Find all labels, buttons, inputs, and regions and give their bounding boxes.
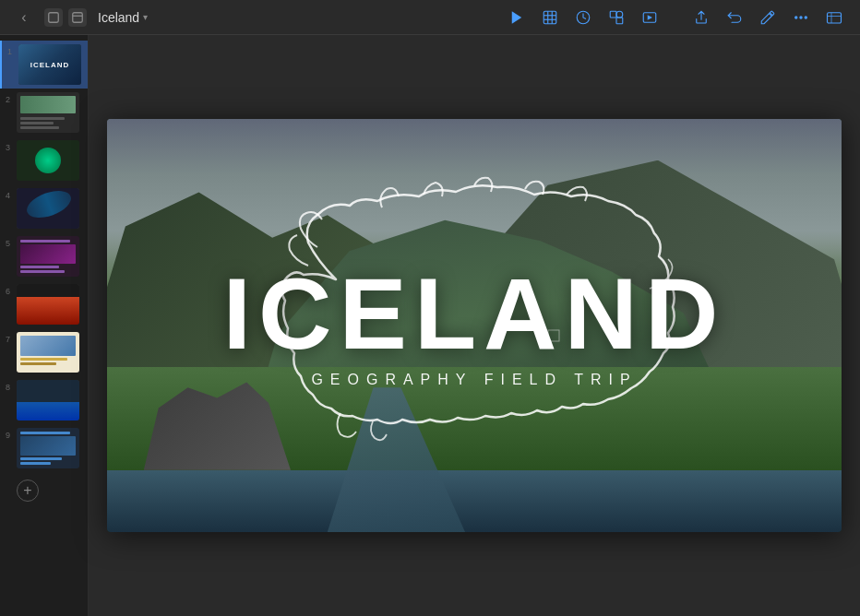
share-button[interactable] <box>687 5 716 30</box>
top-bar: ‹ Iceland ▾ <box>0 0 860 35</box>
window-icon-2 <box>68 8 87 27</box>
svg-rect-17 <box>828 12 842 22</box>
slide-item[interactable]: 4 <box>0 184 88 232</box>
slide-item[interactable]: 5 <box>0 232 88 280</box>
slide-title-container: ICELAND GEOGRAPHY FIELD TRIP <box>223 263 726 388</box>
main-slide: ICELAND GEOGRAPHY FIELD TRIP <box>107 119 842 532</box>
slide-thumbnail <box>17 380 79 421</box>
slide-thumbnail <box>17 140 79 181</box>
slide-panel: 1 2 3 <box>0 35 89 616</box>
slide-thumbnail <box>18 44 81 85</box>
slide-main-title: ICELAND <box>223 263 726 364</box>
slide-thumbnail <box>17 332 79 373</box>
title-chevron: ▾ <box>143 12 148 22</box>
svg-rect-0 <box>49 12 59 22</box>
title-text: Iceland <box>98 10 139 25</box>
back-button[interactable]: ‹ <box>11 5 37 30</box>
canvas-area: ICELAND GEOGRAPHY FIELD TRIP <box>89 35 860 616</box>
svg-point-12 <box>616 11 623 18</box>
undo-button[interactable] <box>720 5 749 30</box>
svg-rect-4 <box>543 11 556 24</box>
svg-point-15 <box>800 16 802 18</box>
document-title[interactable]: Iceland ▾ <box>98 10 148 25</box>
slide-item[interactable]: 8 <box>0 376 88 424</box>
slide-number: 2 <box>6 95 17 104</box>
insert-table-button[interactable] <box>535 5 565 30</box>
slide-item[interactable]: 2 <box>0 89 88 136</box>
slide-item[interactable]: 3 <box>0 136 88 184</box>
slide-number: 3 <box>6 143 17 152</box>
slide-item[interactable]: 9 <box>0 424 88 472</box>
window-controls <box>44 8 87 27</box>
play-button[interactable] <box>502 5 532 30</box>
svg-rect-11 <box>616 18 623 24</box>
more-button[interactable] <box>786 5 816 30</box>
slide-number: 4 <box>6 191 17 200</box>
slide-thumbnail <box>17 236 79 277</box>
slide-number: 1 <box>7 47 18 56</box>
slide-number: 7 <box>6 335 17 344</box>
slide-thumbnail <box>17 428 79 468</box>
main-layout: 1 2 3 <box>0 35 860 616</box>
slide-subtitle: GEOGRAPHY FIELD TRIP <box>223 372 726 388</box>
slide-item[interactable]: 6 <box>0 280 88 328</box>
svg-rect-10 <box>610 11 616 18</box>
add-slide-button[interactable]: + <box>17 480 39 502</box>
slide-thumbnail <box>17 284 79 325</box>
svg-point-16 <box>805 16 806 18</box>
svg-marker-3 <box>512 11 522 24</box>
slide-thumbnail <box>17 188 79 229</box>
insert-chart-button[interactable] <box>568 5 598 30</box>
svg-point-14 <box>795 16 797 18</box>
media-button[interactable] <box>819 5 849 30</box>
toolbar-right <box>502 5 849 30</box>
slide-number: 6 <box>6 287 17 296</box>
slide-item[interactable]: 7 <box>0 328 88 376</box>
slide-number: 9 <box>6 431 17 440</box>
add-slide-area: + <box>0 472 88 509</box>
insert-slides-button[interactable] <box>635 5 664 30</box>
window-icon-1 <box>44 8 63 27</box>
svg-rect-1 <box>73 12 83 22</box>
markup-button[interactable] <box>753 5 782 30</box>
slide-number: 8 <box>6 383 17 392</box>
slide-item[interactable]: 1 <box>0 41 88 89</box>
slide-thumbnail <box>17 92 79 133</box>
slide-number: 5 <box>6 239 17 248</box>
insert-shapes-button[interactable] <box>602 5 631 30</box>
